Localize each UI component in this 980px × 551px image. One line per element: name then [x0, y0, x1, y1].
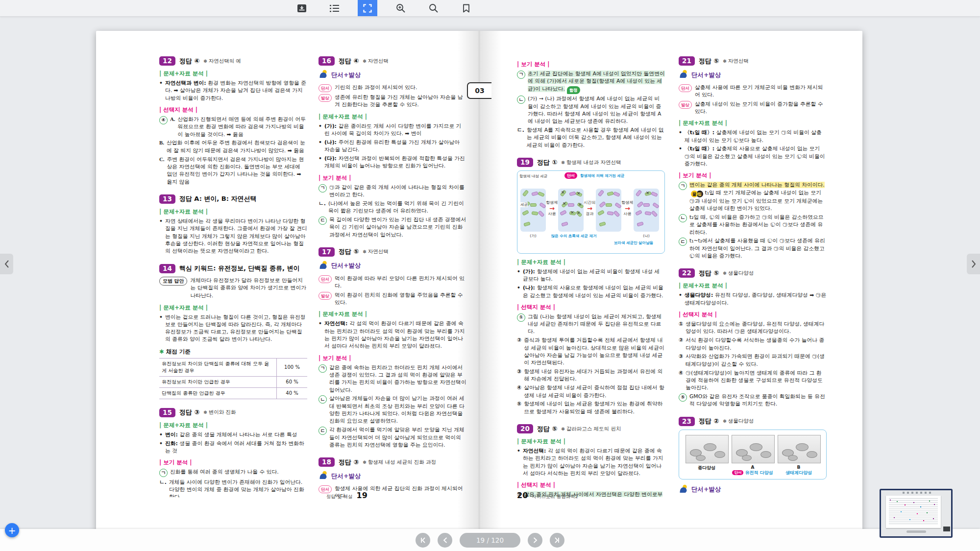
item-marker: ③	[679, 353, 683, 368]
hint-bulb-icon	[318, 261, 328, 271]
list-item: ㄷ목 길이에 다양한 변이가 있는 기린 집단 내 생존 경쟁에서 목이 긴 기…	[318, 216, 466, 239]
page-thumbnail-preview[interactable]	[880, 489, 953, 538]
previous-page-edge-button[interactable]	[0, 254, 13, 274]
item-marker: •	[318, 155, 322, 170]
table-cell: 단백질의 종류만 언급한 경우	[159, 387, 277, 399]
hint-header: 단서+발상	[679, 70, 827, 80]
table-cell-percent: 40 %	[277, 387, 308, 399]
previous-page-button[interactable]	[438, 533, 452, 548]
biodiversity-panel: 종다양성	[686, 435, 728, 476]
process-arrow: 시간의→경과	[584, 200, 596, 216]
zoom-in-icon[interactable]	[391, 0, 410, 16]
table-cell: 유전정보의 차이와 단백질의 종류에 대해 모두 옳게 서술한 경우	[159, 358, 277, 376]
item-text: 서식 환경이 다양할수록 서식하는 생물종의 수가 늘어나 종다양성이 높아진다…	[686, 336, 827, 352]
answer-ring-marker: ㄱ	[679, 182, 687, 190]
problem-block: 15정답 ③변이와 진화| 문제+자료 분석 |•변이: 같은 종의 생물 개체…	[159, 408, 307, 497]
antibiotic-selection-diagram: ✕✕✕✕✕✕✕항생제→사용시간의→경과항생제→사용항생제 내성 세균단서항생제에…	[517, 170, 665, 254]
item-text: (다): 자연선택 과정이 반복되어 환경에 적합한 특성을 가진 개체의 비율…	[324, 155, 466, 170]
section-header: | 문제+자료 분석 |	[159, 422, 307, 429]
bacterium	[523, 221, 530, 226]
answer-label: 정답 ③	[339, 458, 359, 467]
chapter-tab: 03	[467, 82, 491, 99]
section-header: | 보기 분석 |	[517, 61, 665, 68]
item-marker: ②	[517, 336, 521, 366]
table-cell: 유전정보의 차이만 언급한 경우	[159, 376, 277, 387]
answer-label: 정답 ⑤	[699, 269, 719, 278]
item-text: 증식과 항생제 투여를 거듭할수록 전체 세균에서 항생제 내성 세균의 비율이…	[524, 336, 665, 366]
search-icon[interactable]	[423, 0, 443, 16]
answer-label: 정답 ④	[339, 57, 359, 66]
item-marker: •	[318, 320, 322, 350]
bacterium	[598, 190, 605, 196]
problem-number-badge: 19	[517, 158, 533, 167]
thumbnail-corner	[943, 527, 950, 531]
item-marker: B.	[159, 139, 164, 154]
item-marker: C.	[159, 156, 165, 186]
list-icon[interactable]	[325, 0, 344, 16]
problem-header: 19정답 ①항생제 내성과 자연선택	[517, 158, 665, 167]
section-header: | 보기 분석 |	[159, 459, 307, 466]
list-item: ㄷt₁~t₂에서 살충제를 사용했을 때 ㉡이 ㉠보다 생존에 유리하여 자연선…	[679, 237, 827, 260]
section-header: | 문제+자료 분석 |	[679, 120, 827, 127]
footer-label: 정답 및 해설	[326, 494, 353, 500]
item-text: 자연선택: 각 섬의 먹이 환경이 다르기 때문에 같은 종에 속하는 핀치라고…	[523, 447, 665, 477]
list-item: •자연선택: 각 섬의 먹이 환경이 다르기 때문에 같은 종에 속하는 핀치라…	[517, 447, 665, 477]
download-icon[interactable]	[292, 0, 312, 16]
list-item: •자연선택: 각 섬의 먹이 환경이 다르기 때문에 같은 종에 속하는 핀치라…	[318, 320, 466, 350]
danseo-pill-badge: 단서	[318, 275, 332, 283]
page-indicator[interactable]: 19 / 120	[460, 533, 520, 548]
bacteria-panel: ✕✕✕✕✕✕	[558, 189, 584, 232]
highlighted-text: 초기 세균 집단에는 항생제 A에 내성이 없었지만 돌연변이에 의해 (가)에…	[528, 71, 665, 92]
removed-cross: ✕	[577, 192, 581, 196]
list-item: •〈t₂일 때〉: 살충제의 사용으로 살충제 내성이 없는 모기 ㉠의 비율은…	[679, 145, 827, 168]
section-header: | 문제+자료 분석 |	[517, 259, 665, 266]
problem-header: 23정답 ②생물다양성	[679, 417, 827, 426]
item-lead: (나):	[523, 285, 537, 291]
bacterium	[645, 211, 652, 216]
list-item: •자연 상태에서는 각 생물 무리마다 변이가 나타난 다양한 형질을 지닌 개…	[159, 217, 307, 255]
left-page-column-1: 12정답 ④자연선택의 예| 문제+자료 분석 |•자연선택과 변이: 환경 변…	[159, 56, 307, 497]
footer-label: 자이스토리 통합과학2	[532, 494, 578, 500]
hint-bulb-icon	[318, 70, 328, 80]
bacterium	[561, 221, 568, 226]
problem-block: 12정답 ④자연선택의 예| 문제+자료 분석 |•자연선택과 변이: 환경 변…	[159, 56, 307, 186]
problem-block: 20정답 ⑤갈라파고스 제도의 핀치| 문제+자료 분석 |•자연선택: 각 섬…	[517, 424, 665, 497]
problem-header: 18정답 ③항생제 내성 세균의 진화 과정	[318, 457, 466, 467]
answer-label: 정답 ⑤	[699, 57, 719, 66]
list-item: •변이: 같은 종의 생물 개체에서 나타나는 서로 다른 특성	[159, 431, 307, 438]
section-header: | 선택지 분석 |	[159, 106, 307, 114]
last-page-button[interactable]	[550, 533, 564, 548]
next-page-button[interactable]	[528, 533, 542, 548]
thumbnail-page	[886, 496, 941, 528]
answer-ring-marker: ㄱ	[318, 184, 327, 192]
footer-page-number: 20	[517, 491, 528, 500]
bacterium	[637, 201, 644, 208]
item-text: (가) → (나) 과정에서 항생제 A에 내성이 없는 세균의 비율이 감소하…	[528, 95, 665, 125]
hint-text: 먹이 환경에 따라 부리 모양이 다른 핀치가 제시되어 있다.	[335, 275, 466, 290]
hint-text: 기린의 진화 과정이 제시되어 있다.	[335, 84, 417, 92]
panel-caption: A	[732, 465, 774, 470]
hint-text: 살충제 내성이 있는 모기의 비율이 증가함을 추론할 수 있다.	[695, 100, 827, 116]
danseo-pill-badge: 단서	[318, 84, 332, 92]
balsang-pill-badge: 발상	[679, 101, 692, 109]
item-text: ㉠(생태계다양성)이 높아지면 생태계의 종류에 따라 그 환경에 적응하여 진…	[686, 369, 827, 392]
next-page-edge-button[interactable]	[967, 254, 980, 274]
item-text: 〈t₁일 때〉: 살충제에 내성이 없는 모기 ㉠의 비율이 살충제 내성이 있…	[685, 129, 827, 144]
first-page-button[interactable]	[416, 533, 430, 548]
list-item: •생물다양성: 유전적 다양성, 종다양성, 생태계다양성 ➡ ㉠은 생태계다양…	[679, 291, 827, 307]
fullscreen-icon[interactable]	[358, 0, 377, 16]
item-marker: ⑤	[517, 400, 521, 415]
problem-number-badge: 13	[159, 194, 175, 204]
item-marker: •	[159, 313, 163, 343]
add-button[interactable]: +	[5, 523, 19, 537]
hint-text: 먹이 환경이 핀치의 진화에 영향을 주었음을 추론할 수 있다.	[335, 291, 466, 307]
answer-ring-marker: ㄱ	[517, 71, 525, 79]
pager: 19 / 120	[416, 533, 564, 548]
hint-text: 생존에 유리한 형질을 가진 개체는 살아남아 자손을 남겨 진화한다는 것을 …	[335, 94, 466, 109]
answer-label: 정답 ②	[699, 417, 719, 426]
problem-number-badge: 16	[318, 56, 335, 66]
bookmark-icon[interactable]	[456, 0, 476, 16]
answer-ring-marker: ㄴ	[318, 395, 327, 404]
problem-header: 12정답 ④자연선택의 예	[159, 56, 307, 66]
hint-title: 단서+발상	[691, 485, 721, 494]
